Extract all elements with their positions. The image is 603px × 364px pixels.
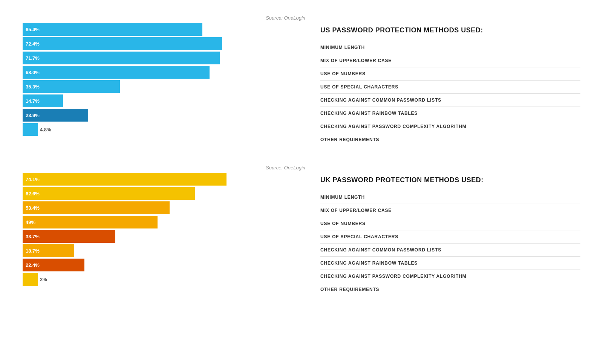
bar-row-5: 18.7% — [23, 244, 305, 257]
us-legend-items: MINIMUM LENGTHMIX OF UPPER/LOWER CASEUSE… — [320, 41, 580, 146]
bar-row-6: 22.4% — [23, 259, 305, 271]
legend-item-0: MINIMUM LENGTH — [320, 41, 580, 54]
legend-item-6: CHECKING AGAINST PASSWORD COMPLEXITY ALG… — [320, 270, 580, 283]
us-source-label: Source: OneLogin — [23, 15, 305, 21]
uk-legend-title: UK PASSWORD PROTECTION METHODS USED: — [320, 176, 580, 184]
bar-7 — [23, 273, 38, 286]
uk-bars-container: 74.1%62.6%53.4%49%33.7%18.7%22.4%2% — [23, 173, 305, 286]
legend-item-2: USE OF NUMBERS — [320, 67, 580, 81]
legend-item-1: MIX OF UPPER/LOWER CASE — [320, 54, 580, 67]
bar-label-5: 14.7% — [26, 98, 40, 104]
uk-source-label: Source: OneLogin — [23, 165, 305, 171]
legend-item-3: USE OF SPECIAL CHARACTERS — [320, 81, 580, 94]
bar-label-2: 71.7% — [26, 55, 40, 61]
bar-label-1: 72.4% — [26, 41, 40, 47]
legend-item-0: MINIMUM LENGTH — [320, 191, 580, 204]
bar-row-0: 65.4% — [23, 23, 305, 36]
bar-row-7: 4.8% — [23, 123, 305, 136]
bar-label-1: 62.6% — [26, 191, 40, 196]
legend-item-2: USE OF NUMBERS — [320, 217, 580, 230]
bar-row-5: 14.7% — [23, 94, 305, 107]
uk-legend-area: UK PASSWORD PROTECTION METHODS USED: MIN… — [320, 165, 580, 296]
legend-item-6: CHECKING AGAINST PASSWORD COMPLEXITY ALG… — [320, 120, 580, 133]
uk-chart-area: Source: OneLogin 74.1%62.6%53.4%49%33.7%… — [23, 165, 305, 286]
bar-label-0: 74.1% — [26, 177, 40, 182]
bar-1: 62.6% — [23, 187, 195, 200]
legend-item-3: USE OF SPECIAL CHARACTERS — [320, 230, 580, 244]
bar-row-2: 71.7% — [23, 52, 305, 64]
bar-5: 14.7% — [23, 94, 63, 107]
bar-1: 72.4% — [23, 37, 222, 50]
legend-item-4: CHECKING AGAINST COMMON PASSWORD LISTS — [320, 94, 580, 107]
us-chart-section: Source: OneLogin 65.4%72.4%71.7%68.0%35.… — [23, 15, 580, 146]
bar-0: 65.4% — [23, 23, 202, 36]
bar-6: 23.9% — [23, 109, 88, 122]
charts-wrapper: Source: OneLogin 65.4%72.4%71.7%68.0%35.… — [23, 15, 580, 296]
bar-3: 49% — [23, 216, 158, 228]
bar-4: 35.3% — [23, 80, 120, 93]
bar-label-6: 23.9% — [26, 113, 40, 118]
bar-label-outside-7: 4.8% — [40, 127, 51, 133]
us-chart-area: Source: OneLogin 65.4%72.4%71.7%68.0%35.… — [23, 15, 305, 136]
bar-row-6: 23.9% — [23, 109, 305, 122]
bar-row-1: 62.6% — [23, 187, 305, 200]
bar-5: 18.7% — [23, 244, 74, 257]
uk-legend-items: MINIMUM LENGTHMIX OF UPPER/LOWER CASEUSE… — [320, 191, 580, 296]
bar-6: 22.4% — [23, 259, 84, 271]
bar-row-3: 68.0% — [23, 66, 305, 79]
bar-label-3: 49% — [26, 219, 35, 225]
bar-row-4: 35.3% — [23, 80, 305, 93]
bar-0: 74.1% — [23, 173, 227, 186]
bar-2: 53.4% — [23, 201, 170, 214]
bar-label-3: 68.0% — [26, 70, 40, 75]
bar-label-6: 22.4% — [26, 262, 40, 268]
bar-label-0: 65.4% — [26, 27, 40, 32]
legend-item-5: CHECKING AGAINST RAINBOW TABLES — [320, 257, 580, 270]
bar-3: 68.0% — [23, 66, 210, 79]
legend-item-4: CHECKING AGAINST COMMON PASSWORD LISTS — [320, 244, 580, 257]
bar-7 — [23, 123, 38, 136]
legend-item-7: OTHER REQUIREMENTS — [320, 283, 580, 296]
us-legend-area: US PASSWORD PROTECTION METHODS USED: MIN… — [320, 15, 580, 146]
bar-label-4: 33.7% — [26, 234, 40, 239]
bar-label-outside-7: 2% — [40, 277, 47, 282]
legend-item-5: CHECKING AGAINST RAINBOW TABLES — [320, 107, 580, 120]
bar-label-4: 35.3% — [26, 84, 40, 90]
bar-2: 71.7% — [23, 52, 220, 64]
us-bars-container: 65.4%72.4%71.7%68.0%35.3%14.7%23.9%4.8% — [23, 23, 305, 136]
bar-row-2: 53.4% — [23, 201, 305, 214]
bar-label-5: 18.7% — [26, 248, 40, 254]
bar-row-4: 33.7% — [23, 230, 305, 243]
bar-label-2: 53.4% — [26, 205, 40, 211]
bar-row-0: 74.1% — [23, 173, 305, 186]
legend-item-7: OTHER REQUIREMENTS — [320, 133, 580, 146]
bar-row-3: 49% — [23, 216, 305, 228]
bar-row-7: 2% — [23, 273, 305, 286]
bar-4: 33.7% — [23, 230, 115, 243]
legend-item-1: MIX OF UPPER/LOWER CASE — [320, 204, 580, 217]
uk-chart-section: Source: OneLogin 74.1%62.6%53.4%49%33.7%… — [23, 165, 580, 296]
bar-row-1: 72.4% — [23, 37, 305, 50]
us-legend-title: US PASSWORD PROTECTION METHODS USED: — [320, 26, 580, 34]
